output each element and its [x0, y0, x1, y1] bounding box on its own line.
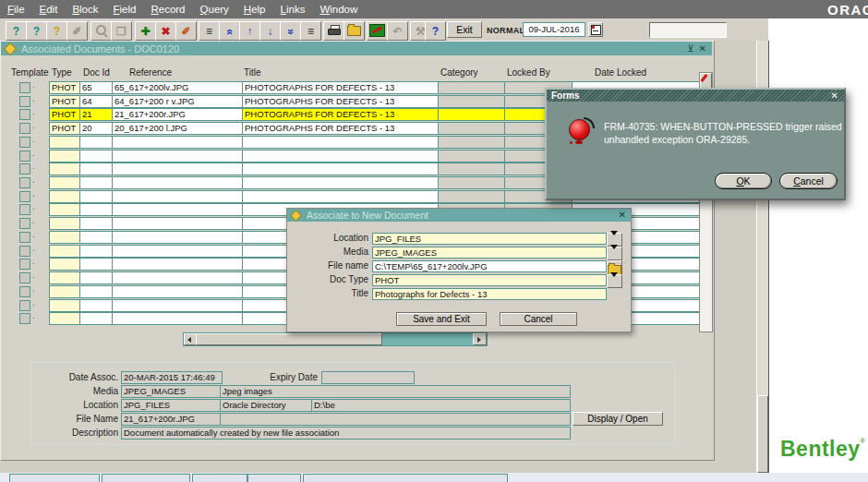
reference-cell[interactable] [112, 258, 247, 271]
associate-dialog-titlebar[interactable]: Associate to New Document ✕ [287, 209, 631, 222]
doc-id-cell[interactable] [79, 163, 116, 175]
media-desc-field[interactable]: Jpeg images [220, 385, 571, 398]
scroll-down-icon[interactable]: « [280, 21, 301, 41]
file-name-input[interactable]: C:\TEMP\65_617+200lv.JPG [372, 260, 607, 272]
row-checkbox[interactable] [19, 137, 30, 148]
doc-id-cell[interactable] [79, 150, 116, 163]
save-and-exit-button[interactable]: Save and Exit [396, 312, 487, 326]
cancel-query-icon[interactable]: ? [46, 21, 67, 41]
media-lov-button[interactable] [607, 247, 622, 260]
file-name-field[interactable]: 21_617+200r.JPG [121, 413, 223, 426]
reference-cell[interactable] [112, 203, 247, 216]
display-open-button[interactable]: Display / Open [573, 412, 663, 426]
reference-cell[interactable] [112, 299, 247, 312]
date-assoc-field[interactable]: 20-MAR-2015 17:46:49 [121, 371, 223, 384]
reference-cell[interactable] [112, 217, 247, 230]
media-code-field[interactable]: JPEG_IMAGES [121, 385, 223, 398]
doc-id-cell[interactable]: 65 [79, 81, 116, 94]
title-cell[interactable]: PHOTOGRAPHS FOR DEFECTS - 13 [242, 122, 441, 135]
doc-id-cell[interactable] [79, 258, 116, 271]
description-field[interactable]: Document automatically created by new fi… [121, 427, 571, 440]
doc-id-cell[interactable] [79, 271, 116, 284]
error-dialog-titlebar[interactable]: Forms ✕ [547, 90, 844, 102]
expiry-date-field[interactable] [321, 371, 415, 384]
menu-item-window[interactable]: Window [312, 0, 365, 18]
row-checkbox[interactable] [19, 286, 30, 297]
doc-id-cell[interactable] [79, 231, 116, 244]
row-checkbox[interactable] [19, 272, 30, 283]
row-checkbox[interactable] [19, 232, 30, 243]
reference-cell[interactable] [112, 136, 247, 149]
location-type-field[interactable]: Oracle Directory [220, 399, 315, 412]
reference-cell[interactable] [112, 271, 247, 284]
status-field[interactable] [649, 22, 727, 38]
menu-item-block[interactable]: Block [65, 0, 105, 18]
doc-id-cell[interactable]: 21 [79, 108, 116, 121]
enter-query-icon[interactable]: ? [6, 21, 27, 41]
doc-id-cell[interactable] [79, 217, 116, 230]
doc-id-cell[interactable] [79, 245, 116, 258]
next-block-icon[interactable]: ≡ [300, 21, 321, 41]
category-cell[interactable] [438, 190, 509, 203]
title-cell[interactable] [242, 136, 441, 149]
doc-id-cell[interactable]: 64 [79, 95, 116, 108]
delete-record-icon[interactable]: ✖ [155, 21, 176, 41]
doc-id-cell[interactable] [79, 190, 116, 203]
location-input[interactable]: JPG_FILES [372, 233, 607, 245]
reference-cell[interactable] [112, 245, 247, 258]
doc-id-cell[interactable] [79, 136, 116, 149]
horizontal-scrollbar[interactable] [183, 332, 488, 346]
category-cell[interactable] [438, 150, 509, 163]
location-code-field[interactable]: JPG_FILES [121, 399, 223, 412]
title-cell[interactable] [242, 150, 441, 163]
category-cell[interactable] [438, 176, 509, 189]
reference-cell[interactable] [112, 190, 247, 203]
reference-cell[interactable] [112, 312, 247, 325]
row-checkbox[interactable] [19, 163, 30, 175]
row-checkbox[interactable] [19, 204, 30, 215]
reference-cell[interactable] [112, 163, 247, 175]
title-cell[interactable] [242, 190, 441, 203]
scroll-right-button[interactable] [473, 333, 487, 345]
exit-button[interactable]: Exit [447, 21, 482, 38]
menu-item-links[interactable]: Links [273, 0, 313, 18]
doc-id-cell[interactable] [79, 203, 116, 216]
menu-item-field[interactable]: Field [106, 0, 144, 18]
row-checkbox[interactable] [19, 151, 30, 162]
location-path-field[interactable]: D:\be [311, 399, 571, 412]
mdi-scrollbar-thumb[interactable] [757, 395, 768, 473]
ok-button[interactable]: OK [715, 173, 772, 189]
category-cell[interactable] [438, 95, 509, 108]
doc-id-cell[interactable] [79, 312, 116, 325]
doc-type-input[interactable]: PHOT [372, 274, 607, 286]
media-input[interactable]: JPEG_IMAGES [372, 247, 607, 259]
title-cell[interactable]: PHOTOGRAPHS FOR DEFECTS - 13 [242, 81, 441, 94]
reference-cell[interactable]: 65_617+200lv.JPG [112, 81, 247, 94]
previous-record-icon[interactable]: ↑ [239, 21, 260, 41]
commit-icon[interactable] [367, 21, 388, 41]
row-checkbox[interactable] [19, 259, 30, 270]
row-checkbox[interactable] [19, 177, 30, 188]
reference-cell[interactable] [112, 285, 247, 298]
title-cell[interactable] [242, 176, 441, 189]
reference-cell[interactable]: 21_617+200r.JPG [112, 108, 247, 121]
scroll-up-icon[interactable]: « [219, 21, 240, 41]
row-checkbox[interactable] [19, 300, 30, 311]
insert-record-icon[interactable]: ✚ [135, 21, 156, 41]
menu-item-help[interactable]: Help [236, 0, 273, 18]
doc-id-cell[interactable] [79, 299, 116, 312]
menu-item-record[interactable]: Record [143, 0, 192, 18]
next-record-icon[interactable]: ↓ [259, 21, 281, 41]
category-cell[interactable] [438, 108, 509, 121]
previous-block-icon[interactable]: ≡ [199, 21, 220, 41]
title-cell[interactable]: PHOTOGRAPHS FOR DEFECTS - 13 [242, 108, 441, 121]
row-checkbox[interactable] [19, 82, 30, 93]
cancel-button[interactable]: Cancel [500, 312, 577, 326]
calendar-button[interactable] [588, 22, 603, 37]
row-checkbox[interactable] [19, 123, 30, 134]
menu-item-query[interactable]: Query [193, 0, 236, 18]
close-icon[interactable]: ✕ [699, 42, 706, 55]
title-input[interactable]: Photographs for Defects - 13 [372, 288, 607, 300]
doc-id-cell[interactable]: 20 [79, 122, 116, 135]
row-checkbox[interactable] [19, 313, 30, 324]
